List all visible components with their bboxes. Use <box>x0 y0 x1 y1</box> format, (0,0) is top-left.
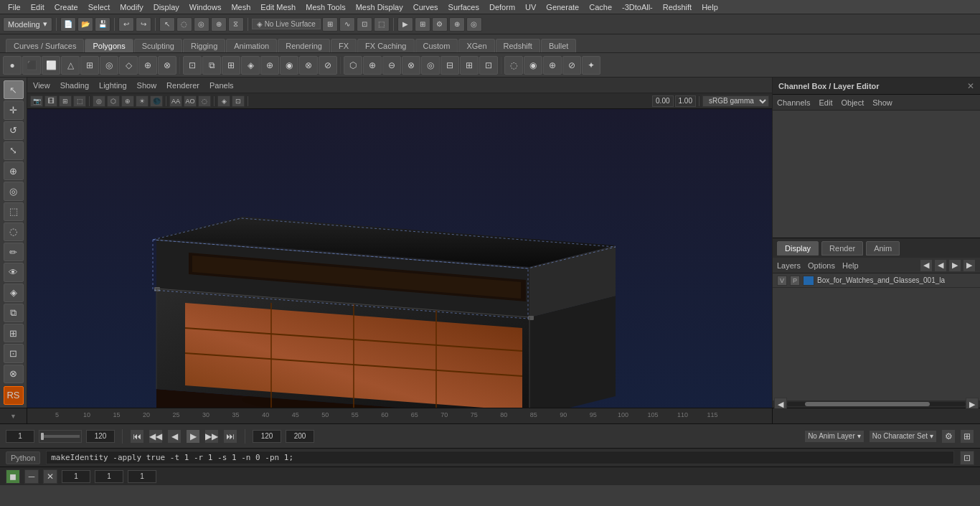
menu-deform[interactable]: Deform <box>484 1 520 13</box>
layer-scrollbar-thumb[interactable] <box>805 402 930 406</box>
python-label[interactable]: Python <box>6 451 40 464</box>
window-close-btn[interactable]: ✕ <box>43 469 57 484</box>
viewport-menu-show[interactable]: Show <box>137 81 157 90</box>
le-opt-help[interactable]: Help <box>842 261 859 270</box>
vp-aa-btn[interactable]: AA <box>169 95 182 107</box>
goto-end-btn[interactable]: ⏭ <box>223 429 237 444</box>
layer-editor-tab-display[interactable]: Display <box>777 241 819 256</box>
window-frame-field-3[interactable]: 1 <box>128 470 156 483</box>
shelf-tab-bullet[interactable]: Bullet <box>541 39 577 52</box>
shelf-icon-append[interactable]: ⊞ <box>222 56 240 75</box>
shelf-tab-rigging[interactable]: Rigging <box>183 39 225 52</box>
universal-manip-btn[interactable]: ⊕ <box>4 161 24 180</box>
status-command[interactable]: makeIdentity -apply true -t 1 -r 1 -s 1 … <box>46 451 954 464</box>
viewport-menu-renderer[interactable]: Renderer <box>166 81 199 90</box>
render-btn[interactable]: ▶ <box>397 17 413 32</box>
current-frame-field[interactable]: 1 <box>6 430 34 443</box>
anim-settings-btn[interactable]: ⚙ <box>941 429 956 444</box>
menu-curves[interactable]: Curves <box>408 1 443 13</box>
menu-mesh[interactable]: Mesh <box>226 1 255 13</box>
channel-box-close-btn[interactable]: ✕ <box>967 81 974 91</box>
menu-mesh-tools[interactable]: Mesh Tools <box>301 1 350 13</box>
cb-menu-channels[interactable]: Channels <box>777 98 810 107</box>
menu-file[interactable]: File <box>3 1 26 13</box>
menu-create[interactable]: Create <box>50 1 83 13</box>
soft-select-btn[interactable]: ◎ <box>4 182 24 200</box>
redshift-icon[interactable]: RS <box>4 386 24 405</box>
rotate-tool-btn[interactable]: ↺ <box>4 121 24 140</box>
workspace-dropdown[interactable]: Modeling ▾ <box>3 17 52 32</box>
shelf-icon-merge[interactable]: ⊗ <box>299 56 318 75</box>
snap-curve-btn[interactable]: ∿ <box>339 17 355 32</box>
shelf-icon-cone[interactable]: △ <box>61 56 80 75</box>
shelf-icon-boolean-union[interactable]: ⊕ <box>363 56 382 75</box>
window-frame-field-1[interactable]: 1 <box>62 470 90 483</box>
viewport-menu-shading[interactable]: Shading <box>60 81 89 90</box>
show-hide-btn[interactable]: 👁 <box>4 263 24 281</box>
timeline-ruler[interactable]: 5 10 15 20 25 30 35 40 45 50 55 60 65 70… <box>27 408 772 424</box>
timeline-slider-thumb[interactable] <box>41 433 44 440</box>
select-btn[interactable]: ↖ <box>159 17 175 32</box>
menu-edit-mesh[interactable]: Edit Mesh <box>255 1 301 13</box>
shelf-icon-extract[interactable]: ◉ <box>280 56 298 75</box>
pin-btn[interactable]: ⊡ <box>4 344 24 362</box>
shelf-icon-boolean-diff[interactable]: ⊖ <box>382 56 401 75</box>
vp-ao-btn[interactable]: AO <box>184 95 197 107</box>
shelf-icon-harden[interactable]: ◉ <box>524 56 542 75</box>
prev-frame-btn[interactable]: ◀ <box>167 429 182 444</box>
menu-uv[interactable]: UV <box>520 1 541 13</box>
shelf-icon-cleanup[interactable]: ✦ <box>582 56 600 75</box>
layer-p-btn[interactable]: P <box>790 276 800 286</box>
menu-surfaces[interactable]: Surfaces <box>443 1 484 13</box>
no-live-surface-badge[interactable]: ◈ No Live Surface <box>252 19 321 29</box>
shelf-tab-polygons[interactable]: Polygons <box>85 39 133 52</box>
menu-edit[interactable]: Edit <box>26 1 50 13</box>
menu-3dtaoll[interactable]: -3DtoAll- <box>617 1 658 13</box>
shelf-icon-boolean-inter[interactable]: ⊗ <box>402 56 420 75</box>
paint-select-btn[interactable]: ✏ <box>4 243 24 261</box>
render-settings-btn[interactable]: ⚙ <box>432 17 448 32</box>
play-btn[interactable]: ▶ <box>186 429 200 444</box>
shelf-icon-helix[interactable]: ⊗ <box>158 56 176 75</box>
cb-menu-edit[interactable]: Edit <box>819 98 832 107</box>
viewport-angle-field[interactable]: 0.00 <box>652 95 673 107</box>
scale-tool-btn[interactable]: ⤡ <box>4 141 24 160</box>
shelf-icon-combine[interactable]: ⊞ <box>460 56 479 75</box>
shelf-tab-animation[interactable]: Animation <box>226 39 277 52</box>
menu-generate[interactable]: Generate <box>541 1 584 13</box>
layer-row-item[interactable]: V P Box_for_Watches_and_Glasses_001_la <box>773 273 980 288</box>
no-anim-layer-dropdown[interactable]: No Anim Layer ▾ <box>804 430 864 443</box>
layer-next-btn[interactable]: ▶ <box>948 259 961 272</box>
viewport-menu-view[interactable]: View <box>33 81 50 90</box>
select-tool-btn[interactable]: ↖ <box>4 80 24 99</box>
range-end-field[interactable]: 120 <box>86 430 115 443</box>
vp-wire-btn[interactable]: ⬡ <box>107 95 120 107</box>
script-editor-btn[interactable]: ⊡ <box>960 451 974 465</box>
vp-isolate-btn[interactable]: ◈ <box>217 95 230 107</box>
snap-point-btn[interactable]: ⊡ <box>357 17 372 32</box>
shelf-tab-rendering[interactable]: Rendering <box>278 39 330 52</box>
layer-v-btn[interactable]: V <box>777 276 787 286</box>
vp-hud-btn[interactable]: ⊡ <box>232 95 245 107</box>
layer-scrollbar-track[interactable] <box>787 402 966 406</box>
shelf-icon-crease[interactable]: ⊕ <box>543 56 562 75</box>
vp-safe-btn[interactable]: ⬚ <box>73 95 86 107</box>
shelf-icon-cube[interactable]: ⬛ <box>22 56 41 75</box>
goto-start-btn[interactable]: ⏮ <box>130 429 144 444</box>
open-scene-btn[interactable]: 📂 <box>77 17 93 32</box>
le-opt-options[interactable]: Options <box>808 261 835 270</box>
shelf-tab-fx-caching[interactable]: FX Caching <box>357 39 414 52</box>
shelf-icon-bevel[interactable]: ⬡ <box>344 56 362 75</box>
snap-btn[interactable]: ⊕ <box>211 17 227 32</box>
step-back-btn[interactable]: ◀◀ <box>149 429 163 444</box>
shelf-icon-duplicate[interactable]: ⊕ <box>260 56 279 75</box>
cb-menu-show[interactable]: Show <box>872 98 892 107</box>
window-icon-btn[interactable]: ◼ <box>6 469 20 484</box>
vp-film-btn[interactable]: 🎞 <box>44 95 57 107</box>
vp-shading-btn[interactable]: ◎ <box>93 95 105 107</box>
align-btn[interactable]: ⊞ <box>4 324 24 342</box>
total-frames-field[interactable]: 200 <box>286 430 314 443</box>
shelf-icon-plane[interactable]: ⊞ <box>80 56 99 75</box>
layer-editor-tab-anim[interactable]: Anim <box>866 241 900 256</box>
magnet-btn[interactable]: ⧖ <box>228 17 244 32</box>
